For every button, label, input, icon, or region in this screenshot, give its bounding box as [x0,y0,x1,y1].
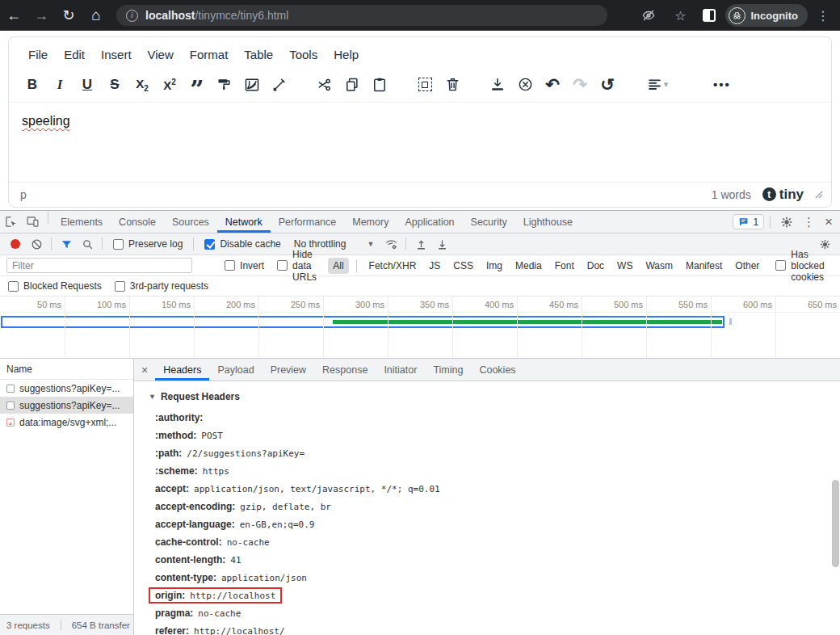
detail-tab-payload[interactable]: Payload [209,359,262,381]
inspect-element-icon[interactable] [0,211,22,233]
menu-format[interactable]: Format [182,45,237,64]
import-har-icon[interactable] [410,235,431,253]
record-icon[interactable] [5,235,26,253]
tab-memory[interactable]: Memory [344,211,397,233]
italic-icon[interactable]: I [46,73,74,97]
underline-icon[interactable]: U [74,73,101,97]
misspelled-word[interactable]: speeling [22,114,70,128]
menu-edit[interactable]: Edit [56,45,93,64]
hide-data-urls-checkbox[interactable]: Hide data URLs [271,249,325,283]
filter-type-other[interactable]: Other [730,258,764,274]
strikethrough-icon[interactable]: S [101,73,128,97]
search-icon[interactable] [77,235,98,253]
element-path[interactable]: p [20,188,27,201]
subscript-icon[interactable]: X2 [128,73,156,97]
home-icon[interactable]: ⌂ [82,6,110,24]
menu-tools[interactable]: Tools [281,45,326,64]
detail-tab-response[interactable]: Response [314,359,376,381]
tab-application[interactable]: Application [397,211,462,233]
filter-type-font[interactable]: Font [550,258,579,274]
filter-type-media[interactable]: Media [510,258,547,274]
blockquote-icon[interactable]: ” [183,73,211,97]
detail-tab-timing[interactable]: Timing [425,359,471,381]
detail-tab-initiator[interactable]: Initiator [376,359,425,381]
resize-handle-icon[interactable] [815,191,823,199]
tab-network[interactable]: Network [217,211,271,233]
filter-type-js[interactable]: JS [424,258,445,274]
undo-icon[interactable]: ↶ [539,73,566,97]
menu-help[interactable]: Help [326,45,367,64]
back-icon[interactable]: ← [0,7,27,24]
tab-console[interactable]: Console [111,211,164,233]
filter-type-ws[interactable]: WS [612,258,637,274]
network-conditions-icon[interactable] [380,235,401,253]
filter-type-wasm[interactable]: Wasm [640,258,678,274]
network-overview-timeline[interactable]: 50 ms100 ms150 ms200 ms250 ms300 ms350 m… [0,296,840,359]
device-toolbar-icon[interactable] [22,211,44,233]
filter-type-fetch-xhr[interactable]: Fetch/XHR [364,258,422,274]
third-party-requests-checkbox[interactable]: 3rd-party requests [108,280,215,292]
tab-security[interactable]: Security [463,211,515,233]
page-info-icon[interactable]: i [126,10,138,22]
bold-icon[interactable]: B [19,73,46,97]
menu-insert[interactable]: Insert [93,45,140,64]
address-bar[interactable]: i localhost/tinymce/tiny6.html [116,5,607,26]
align-left-icon[interactable]: ▾ [639,73,676,97]
remove-icon[interactable] [511,73,539,97]
request-row[interactable]: suggestions?apiKey=... [0,397,133,414]
incognito-badge[interactable]: Incognito [725,4,808,27]
tab-sources[interactable]: Sources [164,211,217,233]
side-panel-icon[interactable] [703,9,716,22]
has-blocked-cookies-checkbox[interactable]: Has blocked cookies [769,249,834,283]
menu-view[interactable]: View [140,45,182,64]
menu-table[interactable]: Table [236,45,281,64]
bookmark-star-icon[interactable]: ☆ [669,8,693,23]
settings-gear-icon[interactable] [776,216,797,229]
tiny-logo[interactable]: t tiny [762,187,804,203]
filter-type-manifest[interactable]: Manifest [681,258,727,274]
request-headers-section[interactable]: ▼ Request Headers [149,391,840,402]
more-button[interactable]: ••• [708,73,736,97]
reload-icon[interactable]: ↻ [55,6,82,24]
filter-type-doc[interactable]: Doc [582,258,609,274]
eye-off-icon[interactable] [641,8,666,23]
detail-tab-headers[interactable]: Headers [155,359,209,381]
tab-elements[interactable]: Elements [52,211,111,233]
filter-funnel-icon[interactable] [56,235,77,253]
filter-input[interactable] [6,258,192,273]
detail-tab-cookies[interactable]: Cookies [471,359,523,381]
forward-icon[interactable]: → [27,7,55,24]
permanent-pen-icon[interactable] [266,73,293,97]
name-column-header[interactable]: Name [0,359,133,380]
editor-content[interactable]: speeling [9,103,831,182]
details-scrollbar[interactable] [832,480,839,567]
format-painter-icon[interactable] [211,73,238,97]
devtools-menu-icon[interactable]: ⋮ [799,215,819,229]
filter-type-all[interactable]: All [328,258,348,274]
tab-lighthouse[interactable]: Lighthouse [515,211,581,233]
blocked-requests-checkbox[interactable]: Blocked Requests [2,280,108,292]
tab-performance[interactable]: Performance [271,211,345,233]
request-row[interactable]: suggestions?apiKey=... [0,380,133,397]
copy-icon[interactable] [338,73,366,97]
preserve-log-checkbox[interactable]: Preserve log [107,238,189,250]
word-count[interactable]: 1 words [712,188,751,201]
invert-checkbox[interactable]: Invert [218,260,271,271]
select-all-icon[interactable] [411,73,439,97]
cut-icon[interactable] [311,73,338,97]
filter-type-img[interactable]: Img [481,258,507,274]
edit-image-icon[interactable] [238,73,266,97]
redo-icon[interactable]: ↷ [566,73,594,97]
overview-selection[interactable] [1,316,724,328]
restore-draft-icon[interactable]: ↺ [594,73,621,97]
issues-counter[interactable]: 1 [733,214,764,229]
devtools-close-icon[interactable]: × [821,214,837,230]
menu-file[interactable]: File [20,45,56,64]
export-har-icon[interactable] [431,235,452,253]
delete-icon[interactable] [439,73,466,97]
request-row[interactable]: data:image/svg+xml;... [0,414,133,431]
browser-menu-icon[interactable]: ⋮ [811,8,835,23]
clear-icon[interactable] [26,235,47,253]
export-icon[interactable] [484,73,511,97]
detail-tab-preview[interactable]: Preview [262,359,314,381]
